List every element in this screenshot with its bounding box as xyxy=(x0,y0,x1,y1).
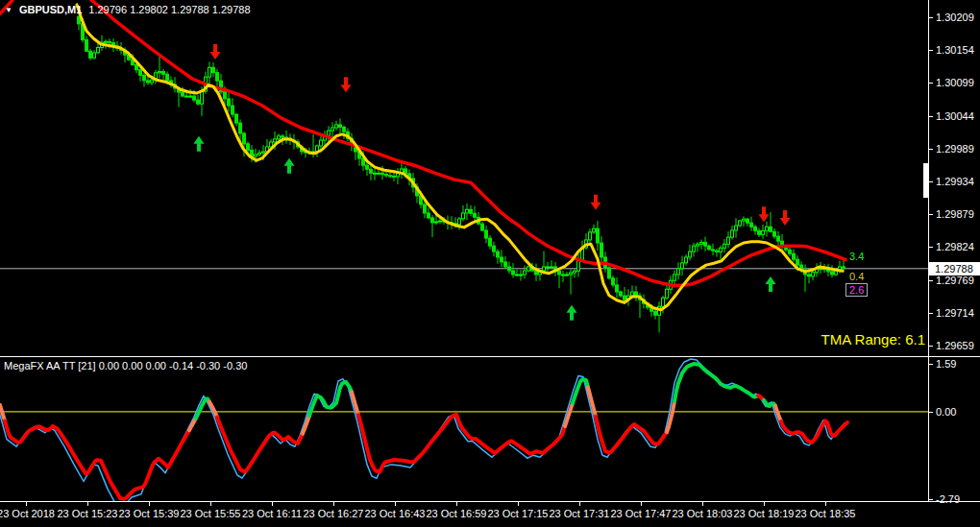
time-axis-label: 23 Oct 16:11 xyxy=(242,508,302,519)
time-axis-tick xyxy=(702,502,703,506)
time-axis-tick xyxy=(641,502,642,506)
axis-scroll-thumb[interactable] xyxy=(923,163,928,198)
price-axis-label: 1.29659 xyxy=(936,339,974,352)
price-axis-tick xyxy=(928,83,933,84)
chart-title: ▼ GBPUSD,M1 1.29796 1.29802 1.29788 1.29… xyxy=(5,4,251,15)
price-axis-tick xyxy=(928,214,933,215)
price-axis-tick xyxy=(928,149,933,150)
upper-band-value-label: 3.4 xyxy=(849,251,864,262)
sell-arrow-icon xyxy=(591,195,601,210)
price-axis-label: 1.30099 xyxy=(936,76,974,89)
indicator-title: MegaFX AA TT [21] 0.00 0.00 0.00 -0.14 -… xyxy=(4,360,247,371)
panel-separator[interactable] xyxy=(0,356,980,357)
oscillator-main-line xyxy=(0,364,847,499)
time-axis-label: 23 Oct 15:39 xyxy=(119,508,180,519)
time-axis-label: 23 Oct 17:47 xyxy=(611,508,672,519)
sell-arrow-icon xyxy=(780,210,791,226)
sell-arrow-icon xyxy=(210,44,221,60)
ma-slow-line xyxy=(0,0,845,285)
price-axis-label: 1.30044 xyxy=(936,109,974,123)
price-axis-label: 1.29824 xyxy=(936,240,974,253)
time-axis-tick xyxy=(764,502,765,506)
price-axis-tick xyxy=(928,247,933,248)
oscillator-axis-tick xyxy=(928,499,933,500)
oscillator-axis-label: 1.59 xyxy=(936,357,956,371)
sell-arrow-icon xyxy=(341,77,352,92)
price-axis-tick xyxy=(928,280,933,281)
axis-border xyxy=(928,0,929,502)
time-axis-tick xyxy=(395,502,396,506)
buy-arrows xyxy=(194,136,776,321)
price-axis-tick xyxy=(928,313,933,314)
time-axis-tick xyxy=(210,502,211,506)
symbol-label: GBPUSD,M1 xyxy=(19,4,82,15)
time-axis-tick xyxy=(149,502,150,506)
oscillator-axis-tick xyxy=(928,412,933,413)
time-axis-tick xyxy=(333,502,334,506)
lower-band-value-label: 2.6 xyxy=(845,283,868,297)
buy-arrow-icon xyxy=(194,136,205,152)
price-axis-label: 1.29989 xyxy=(936,142,974,156)
mid-band-value-label: 0.4 xyxy=(849,271,864,282)
time-axis-label: 23 Oct 18:03 xyxy=(673,508,733,519)
time-axis-tick xyxy=(825,502,826,506)
main-price-chart[interactable] xyxy=(0,0,928,356)
buy-arrow-icon xyxy=(567,305,577,321)
price-axis-tick xyxy=(928,346,933,347)
time-axis-label: 23 Oct 16:43 xyxy=(365,508,426,519)
time-axis-label: 23 Oct 16:59 xyxy=(427,508,487,519)
oscillator-panel[interactable] xyxy=(0,357,928,501)
time-axis-tick xyxy=(87,502,88,506)
time-axis-tick xyxy=(579,502,580,506)
sell-arrows xyxy=(210,44,791,226)
candles-layer xyxy=(78,10,845,332)
price-axis-label: 1.29769 xyxy=(936,274,974,287)
price-axis-label: 1.29934 xyxy=(936,175,974,188)
oscillator-axis-label: -2.79 xyxy=(936,492,960,506)
price-axis-tick xyxy=(928,50,933,51)
time-axis-tick xyxy=(26,502,27,506)
tma-fast-line xyxy=(77,5,843,310)
time-axis-label: 23 Oct 17:31 xyxy=(550,508,610,519)
oscillator-axis-tick xyxy=(928,364,933,365)
price-axis-label: 1.29714 xyxy=(936,306,974,320)
timeaxis-separator xyxy=(0,501,980,502)
time-axis-tick xyxy=(272,502,273,506)
price-axis-tick xyxy=(928,181,933,182)
buy-arrow-icon xyxy=(284,158,295,174)
sell-arrow-icon xyxy=(759,206,770,222)
time-axis-label: 23 Oct 15:55 xyxy=(181,508,241,519)
time-axis-label: 23 Oct 2018 xyxy=(0,508,55,519)
price-axis-tick xyxy=(928,17,933,18)
current-price-tag: 1.29788 xyxy=(928,262,980,275)
time-axis-label: 23 Oct 18:35 xyxy=(796,508,856,519)
time-axis-tick xyxy=(456,502,457,506)
price-axis-label: 1.30209 xyxy=(936,11,974,24)
price-axis-label: 1.30154 xyxy=(936,43,974,57)
oscillator-axis-label: 0.00 xyxy=(936,405,956,419)
mt4-chart-window: ▼ GBPUSD,M1 1.29796 1.29802 1.29788 1.29… xyxy=(0,0,980,527)
time-axis-label: 23 Oct 17:15 xyxy=(488,508,549,519)
price-axis-label: 1.29879 xyxy=(936,207,974,221)
time-axis-label: 23 Oct 18:19 xyxy=(734,508,795,519)
time-axis-label: 23 Oct 16:27 xyxy=(304,508,364,519)
price-axis-tick xyxy=(928,116,933,117)
symbol-dropdown-icon[interactable]: ▼ xyxy=(5,5,12,15)
ohlc-quote: 1.29796 1.29802 1.29788 1.29788 xyxy=(88,4,250,15)
tma-range-label: TMA Range: 6.1 xyxy=(821,331,925,347)
buy-arrow-icon xyxy=(766,276,776,292)
time-axis-label: 23 Oct 15:23 xyxy=(58,508,118,519)
time-axis-tick xyxy=(518,502,519,506)
